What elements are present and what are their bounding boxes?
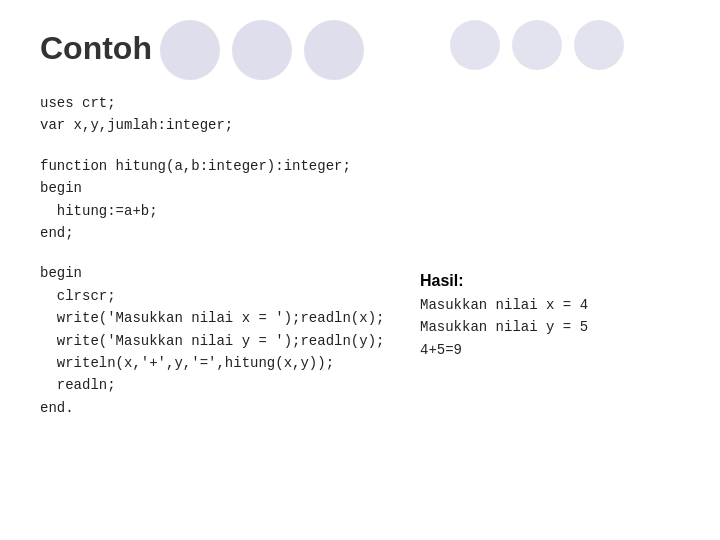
result-area: Hasil: Masukkan nilai x = 4 Masukkan nil… bbox=[420, 92, 680, 437]
decorative-circles-right bbox=[450, 20, 624, 70]
decorative-circles-left bbox=[160, 20, 364, 80]
circle-2 bbox=[232, 20, 292, 80]
result-title: Hasil: bbox=[420, 272, 680, 290]
circle-5 bbox=[512, 20, 562, 70]
content-area: uses crt; var x,y,jumlah:integer; functi… bbox=[40, 92, 680, 437]
result-line1: Masukkan nilai x = 4 bbox=[420, 294, 680, 316]
code-text-2: function hitung(a,b:integer):integer; be… bbox=[40, 155, 400, 245]
result-line2: Masukkan nilai y = 5 bbox=[420, 316, 680, 338]
page: Contoh uses crt; var x,y,jumlah:integer;… bbox=[0, 0, 720, 540]
code-section-2: function hitung(a,b:integer):integer; be… bbox=[40, 155, 400, 245]
code-text-1: uses crt; var x,y,jumlah:integer; bbox=[40, 92, 400, 137]
circle-6 bbox=[574, 20, 624, 70]
code-section-1: uses crt; var x,y,jumlah:integer; bbox=[40, 92, 400, 137]
code-section-3: begin clrscr; write('Masukkan nilai x = … bbox=[40, 262, 400, 419]
circle-1 bbox=[160, 20, 220, 80]
circle-4 bbox=[450, 20, 500, 70]
circle-3 bbox=[304, 20, 364, 80]
code-area: uses crt; var x,y,jumlah:integer; functi… bbox=[40, 92, 400, 437]
result-line3: 4+5=9 bbox=[420, 339, 680, 361]
code-text-3: begin clrscr; write('Masukkan nilai x = … bbox=[40, 262, 400, 419]
